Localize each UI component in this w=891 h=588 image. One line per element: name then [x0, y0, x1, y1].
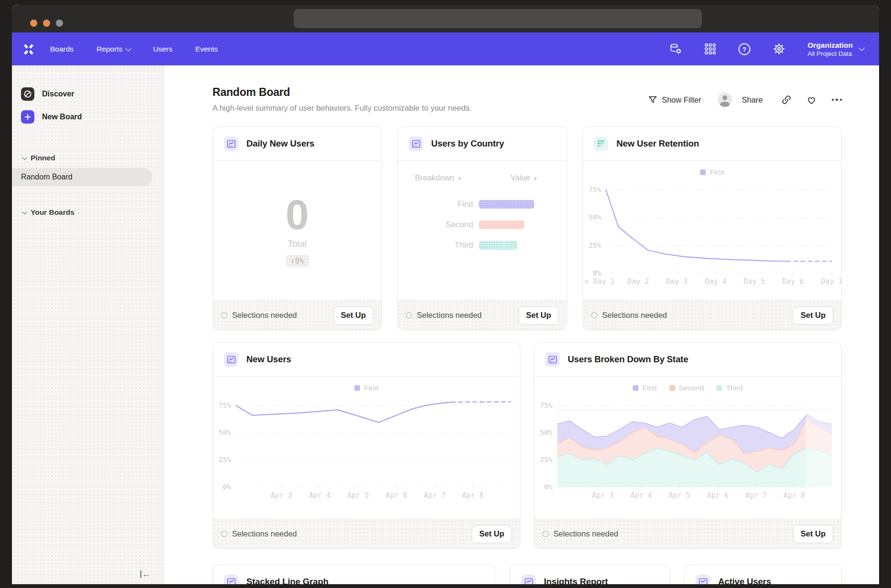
nav-item-users[interactable]: Users [153, 45, 172, 53]
card-footer: Selections needed Set Up [398, 300, 567, 330]
x-tick-label: Apr 8 [784, 491, 805, 500]
sidebar-pinned-label: Pinned [31, 154, 55, 162]
card-new-user-retention: New User Retention First 75%50%25%0% < D… [583, 126, 842, 330]
line-chart-icon [521, 575, 536, 584]
more-options-icon[interactable] [832, 99, 842, 101]
favorite-heart-icon[interactable] [806, 94, 817, 105]
sidebar-item-discover[interactable]: Discover [21, 87, 163, 101]
settings-gear-icon[interactable] [772, 42, 785, 56]
nav-links: Boards Reports Users Events [50, 45, 218, 53]
apps-grid-icon[interactable] [703, 42, 717, 56]
copy-link-icon[interactable] [781, 94, 792, 105]
filter-funnel-icon [648, 95, 658, 105]
bar-third [479, 241, 518, 250]
retention-dots-icon [594, 136, 608, 151]
line-chart-icon [224, 352, 238, 367]
share-button[interactable]: Share [742, 95, 763, 105]
sidebar-section-pinned[interactable]: Pinned [22, 154, 163, 162]
url-pill[interactable] [294, 9, 702, 28]
window-close-button[interactable] [30, 20, 37, 27]
x-tick-label: Apr 3 [592, 491, 614, 500]
status-text: Selections needed [232, 311, 297, 320]
org-name: Organization [807, 41, 853, 50]
card-title: Stacked Line Graph [246, 577, 329, 584]
nav-item-users-label: Users [153, 45, 172, 53]
legend-swatch [700, 169, 706, 175]
status-text: Selections needed [232, 529, 297, 538]
y-tick-label: 0% [223, 483, 231, 491]
card-header: New Users [213, 343, 520, 377]
app-window: Boards Reports Users Events Search ⌘ + K [12, 5, 879, 584]
line-chart-icon [696, 575, 710, 584]
chart-plot [557, 396, 832, 487]
status-text: Selections needed [602, 311, 667, 320]
show-filter-button[interactable]: Show Filter [662, 95, 701, 105]
card-header: Daily New Users [213, 127, 382, 161]
legend-label: First [710, 168, 724, 177]
state-area-chart: 75%50%25%0% Apr 3Apr 4Apr 5Apr 6Apr 7Apr… [534, 396, 841, 504]
card-header: Active Users [685, 565, 841, 584]
legend-label: First [642, 384, 657, 392]
chevron-down-icon: ▼ [533, 176, 538, 181]
chevron-down-icon [859, 45, 865, 51]
status-circle-icon [221, 531, 227, 537]
x-tick-label: Apr 7 [745, 491, 767, 500]
card-active-users: Active Users [684, 565, 842, 584]
card-daily-new-users: Daily New Users 0 Total ↑0% Selections n… [212, 126, 382, 330]
nav-item-reports[interactable]: Reports [96, 45, 130, 53]
y-tick-label: 25% [540, 456, 552, 463]
line-chart-icon [224, 136, 238, 151]
window-minimize-button[interactable] [43, 20, 50, 27]
set-up-button[interactable]: Set Up [793, 306, 833, 325]
y-tick-label: 50% [219, 429, 231, 436]
x-tick-label: Apr 6 [707, 491, 729, 500]
nav-item-events[interactable]: Events [195, 45, 218, 53]
x-tick-label: Day 3 [666, 277, 688, 286]
card-users-by-country: Users by Country Breakdown▼ Value▼ First [397, 126, 567, 330]
set-up-button[interactable]: Set Up [333, 306, 373, 325]
column-header-breakdown[interactable]: Breakdown▼ [415, 173, 462, 182]
bar-first [479, 200, 534, 209]
x-tick-label: Apr 4 [630, 491, 652, 500]
set-up-button[interactable]: Set Up [472, 525, 512, 543]
nav-item-boards[interactable]: Boards [50, 45, 74, 53]
avatar[interactable] [718, 93, 732, 107]
card-header: Insights Report [510, 565, 670, 584]
x-tick-label: Day 5 [743, 277, 765, 286]
chevron-down-icon: ▼ [457, 176, 462, 181]
x-tick-label: Apr 8 [462, 491, 484, 500]
card-title: New User Retention [616, 138, 699, 149]
card-footer: Selections needed Set Up [583, 300, 841, 330]
legend-label: Third [726, 384, 742, 392]
column-header-value[interactable]: Value▼ [510, 173, 538, 182]
x-tick-label: Day 4 [705, 277, 726, 286]
org-switcher[interactable]: Organization All Project Data [807, 41, 863, 57]
x-tick-label: Apr 5 [347, 491, 369, 500]
nav-right: ? Organization All P [648, 41, 879, 57]
window-controls [30, 20, 63, 27]
nav-item-reports-label: Reports [96, 45, 122, 53]
sidebar-item-random-board[interactable]: Random Board [12, 168, 152, 186]
page-title: Random Board [212, 86, 472, 99]
data-management-icon[interactable] [669, 42, 682, 56]
svg-text:?: ? [742, 46, 746, 53]
mixpanel-logo-icon[interactable] [21, 42, 36, 56]
x-tick-label: Day 2 [627, 277, 649, 286]
help-icon[interactable]: ? [738, 42, 751, 56]
x-tick-label: < Day 1 [584, 277, 615, 286]
status-circle-icon [406, 312, 412, 318]
window-zoom-button[interactable] [56, 20, 63, 27]
x-tick-label: Day 6 [782, 277, 804, 286]
sidebar-section-your-boards[interactable]: Your Boards [22, 208, 163, 217]
card-footer: Selections needed Set Up [213, 300, 382, 330]
set-up-button[interactable]: Set Up [793, 525, 833, 543]
collapse-sidebar-button[interactable]: ← [140, 569, 151, 579]
x-tick-label: Apr 7 [424, 491, 446, 500]
chevron-down-icon [126, 45, 132, 52]
set-up-button[interactable]: Set Up [519, 306, 559, 325]
table-row: Second [398, 214, 567, 235]
chevron-down-icon [22, 155, 27, 160]
line-chart-icon [224, 575, 238, 584]
sidebar-item-new-board[interactable]: New Board [21, 110, 163, 124]
card-insights-report: Insights Report [510, 565, 670, 584]
